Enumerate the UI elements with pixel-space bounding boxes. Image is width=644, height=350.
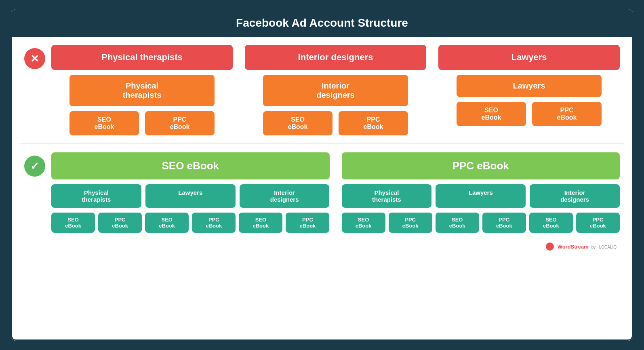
seo-adset-interior: Interiordesigners (240, 184, 330, 208)
seo-ad-seo3: SEOeBook (239, 213, 282, 233)
ppc-adset-lawyers: Lawyers (436, 184, 526, 208)
adset-interior-designers: Interiordesigners (263, 75, 408, 106)
ppc-adset-physical: Physicaltherapists (342, 184, 432, 208)
ad-ppc-ebook-3: PPCeBook (532, 102, 602, 126)
seo-adsets-row: Physicaltherapists Lawyers Interiordesig… (51, 184, 330, 208)
section-divider (20, 143, 624, 144)
campaign-interior-designers: Interior designers (245, 45, 426, 70)
seo-ad-ppc1: PPCeBook (98, 213, 142, 233)
correct-col-seo: SEO eBook Physicaltherapists Lawyers Int… (51, 152, 330, 233)
ppc-adset-interior: Interiordesigners (530, 184, 620, 208)
correct-section: ✓ SEO eBook Physicaltherapists Lawyers I… (24, 152, 620, 233)
ppc-ad-seo3: SEOeBook (529, 213, 573, 233)
x-icon: ✕ (24, 48, 45, 69)
page-title: Facebook Ad Account Structure (11, 9, 633, 37)
ad-seo-ebook-1: SEOeBook (69, 111, 139, 135)
ppc-ad-ppc1: PPCeBook (389, 213, 432, 233)
ppc-ads-row: SEOeBook PPCeBook SEOeBook PPCeBook SEOe… (342, 213, 620, 233)
ads-row-2: SEOeBook PPCeBook (263, 111, 408, 135)
ad-seo-ebook-2: SEOeBook (263, 111, 333, 135)
ppc-ad-ppc3: PPCeBook (576, 213, 620, 233)
seo-ad-seo1: SEOeBook (51, 213, 95, 233)
wordstream-label: WordStream by · LOCALIQ (558, 244, 617, 250)
correct-columns: SEO eBook Physicaltherapists Lawyers Int… (51, 152, 620, 233)
wrong-col-1: Physical therapists Physicaltherapists S… (51, 45, 233, 135)
wordstream-logo-icon (546, 242, 554, 251)
ad-ppc-ebook-2: PPCeBook (339, 111, 408, 135)
seo-adset-physical: Physicaltherapists (51, 184, 141, 208)
check-icon: ✓ (24, 156, 45, 177)
correct-col-ppc: PPC eBook Physicaltherapists Lawyers Int… (342, 152, 620, 233)
ppc-ad-ppc2: PPCeBook (482, 213, 526, 233)
campaign-seo-ebook: SEO eBook (51, 152, 330, 179)
wrong-col-2: Interior designers Interiordesigners SEO… (245, 45, 426, 135)
main-container: Facebook Ad Account Structure ✕ Physical… (11, 9, 633, 341)
wrong-col-3: Lawyers Lawyers SEOeBook PPCeBook (438, 45, 620, 135)
ad-ppc-ebook-1: PPCeBook (145, 111, 215, 135)
campaign-lawyers: Lawyers (438, 45, 620, 70)
seo-adset-lawyers: Lawyers (145, 184, 236, 208)
ppc-ad-seo2: SEOeBook (436, 213, 479, 233)
seo-ads-row: SEOeBook PPCeBook SEOeBook PPCeBook SEOe… (51, 213, 330, 233)
wordstream-badge: WordStream by · LOCALIQ (24, 241, 620, 252)
ads-row-1: SEOeBook PPCeBook (69, 111, 215, 135)
wrong-columns: Physical therapists Physicaltherapists S… (51, 45, 620, 135)
ad-seo-ebook-3: SEOeBook (457, 102, 526, 126)
ppc-ad-seo1: SEOeBook (342, 213, 385, 233)
seo-ad-ppc2: PPCeBook (192, 213, 236, 233)
adset-lawyers: Lawyers (457, 75, 602, 97)
ppc-adsets-row: Physicaltherapists Lawyers Interiordesig… (342, 184, 620, 208)
content-area: ✕ Physical therapists Physicaltherapists… (11, 37, 633, 341)
wrong-section: ✕ Physical therapists Physicaltherapists… (24, 45, 620, 135)
seo-ad-seo2: SEOeBook (145, 213, 189, 233)
seo-ad-ppc3: PPCeBook (286, 213, 329, 233)
adset-physical-therapists: Physicaltherapists (69, 75, 215, 106)
campaign-ppc-ebook: PPC eBook (342, 152, 620, 179)
ads-row-3: SEOeBook PPCeBook (457, 102, 602, 126)
campaign-physical-therapists: Physical therapists (51, 45, 233, 70)
